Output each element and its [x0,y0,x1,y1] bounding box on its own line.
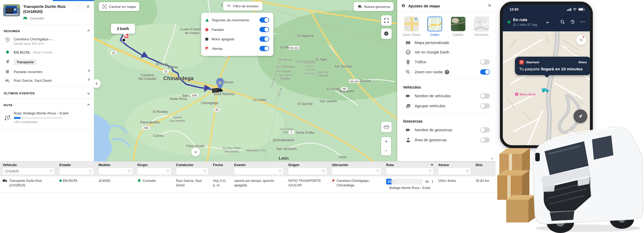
funnel-icon[interactable] [203,170,206,173]
toggle-geofence-areas[interactable] [480,137,490,143]
toggle-stops[interactable] [259,27,269,32]
funnel-icon[interactable] [89,170,92,173]
folded-map-icon [405,41,411,45]
col-header[interactable]: Conductor [173,162,210,168]
funnel-icon[interactable] [127,170,131,173]
scroll-more-indicator: ▼ [491,157,494,160]
google-earth-row[interactable]: Ver en Google Earth [397,47,496,57]
new-geofence-button[interactable]: Nueva geocerca [354,2,394,11]
stop-square-icon [5,70,10,73]
chevron-up-icon[interactable] [87,104,90,106]
speed-bubble: 3 km/h [111,24,135,34]
zoom-in-button[interactable]: + [381,137,391,147]
section-route[interactable]: RUTA [0,100,94,109]
row-distance: 35.83 km [473,176,496,192]
custom-map-row[interactable]: Mapa personalizado [397,38,496,47]
map-type-satelite[interactable]: Satélite [448,17,469,37]
map-type-openstreet[interactable]: Open Street [401,17,422,37]
funnel-icon[interactable] [166,170,169,173]
filter-origen-input[interactable] [288,168,327,174]
fullscreen-button[interactable] [381,15,392,26]
origin-marker[interactable] [122,38,126,42]
toggle-alerts[interactable] [259,46,269,51]
event-filter-button[interactable]: Filtro de eventos [223,2,263,11]
vehicle-tag-chip[interactable]: Transporte [14,59,37,65]
help-icon[interactable]: ? [445,70,449,74]
col-header[interactable]: Vehículo [0,162,57,168]
col-header[interactable]: Origen [286,162,329,168]
measure-button[interactable] [381,122,392,132]
route-name: Ruta: Bodega Monte Rosa – Esteli [14,111,68,115]
filter-grupo-input[interactable] [138,168,171,174]
map-settings-panel: Ajustes de mapa ✕ Open Street Calles Sat… [397,0,496,161]
zoom-out-button[interactable]: − [381,147,391,156]
vehicles-section-header: Vehículos [397,81,496,91]
col-header-ruta[interactable]: Ruta [383,162,435,168]
chevron-up-icon[interactable] [87,30,90,32]
toggle-engine-off[interactable] [259,36,269,42]
vehicle-row[interactable]: Transporte Durlin Ruiz (CH18520) EN RUTA… [0,176,496,193]
col-header[interactable]: Estado [57,162,96,168]
status-dot-icon [508,21,510,23]
street-label: 2 CALLE [545,34,549,43]
map-settings-button[interactable] [381,28,392,39]
geofence-area-icon [405,138,411,142]
ruler-icon [384,125,389,129]
center-map-button[interactable]: Centrar en mapa [99,2,139,11]
col-header[interactable]: Evento [231,162,286,168]
col-header[interactable]: Grupo [135,162,173,168]
toggle-vehicle-grouping[interactable] [480,103,490,109]
road-shield: 54 [214,108,220,112]
funnel-icon[interactable] [376,170,380,173]
vehicle-title: Transporte Durlin Ruiz (CH18520) [23,4,68,14]
row-date: Hoy 3:11 p. m. [210,176,231,192]
toggle-vehicle-names[interactable] [480,93,490,99]
funnel-icon[interactable] [50,170,53,173]
driver-item[interactable]: Ruiz Garcia, Saul David [0,76,94,85]
delivery-notification: Startrack Ahora Tu paquete llegará en 10… [515,57,591,75]
funnel-icon[interactable] [428,170,432,173]
gear-icon [383,31,389,37]
map-type-calles[interactable]: Calles [424,17,445,37]
filter-row-alerts: Alertas [201,44,273,53]
col-header[interactable]: Modelo [96,162,135,168]
row-status: EN RUTA [63,179,77,183]
magnifier-plus-icon [405,70,411,74]
col-header[interactable]: Atraso [435,162,473,168]
collapse-table-button[interactable] [191,148,200,157]
chevron-down-icon[interactable] [87,92,90,95]
phone-status-title: En ruta [513,17,527,22]
notification-app-name: Startrack [526,61,539,64]
map-type-elevacion[interactable]: Elevación [471,17,492,37]
row-route-progress[interactable]: 14% [386,179,423,185]
section-last-events[interactable]: ÚLTIMOS EVENTOS [0,89,94,97]
toggle-wheel-zoom[interactable] [480,69,490,75]
road-shield: 24A [190,93,199,98]
filter-ubicacion-input[interactable] [332,168,381,174]
filter-evento-input[interactable] [234,168,283,174]
filter-vehicle-input[interactable] [3,168,54,174]
sort-desc-icon[interactable] [431,164,433,166]
funnel-icon[interactable] [466,170,469,173]
toggle-movement[interactable] [259,17,269,23]
recent-stops-item[interactable]: Paradas recientes [0,67,94,76]
location-item: Carretera Chichigalpa –... Desde hace 35… [0,35,94,48]
toggle-traffic[interactable] [480,59,490,65]
close-panel-button[interactable]: ✕ [86,4,90,9]
funnel-icon[interactable] [322,170,325,173]
col-header[interactable]: Fecha [210,162,231,168]
row-delay: 10hrs 4mins [435,176,473,192]
section-resumen[interactable]: RESUMEN [0,26,94,35]
filter-modelo-input[interactable] [99,168,132,174]
close-settings-button[interactable]: ✕ [488,3,491,8]
filter-ruta-input[interactable] [386,168,433,174]
toggle-geofence-names[interactable] [480,127,490,133]
filter-estado-input[interactable] [60,168,93,174]
van-body [533,127,643,233]
col-header[interactable]: Ubicación [329,162,383,168]
col-header[interactable]: Dist. [473,162,496,168]
tag-item: Transporte [0,57,94,67]
marketing-mockup-pane: 13:50 En ruta 1 mins 57 seg ··· [496,0,644,233]
funnel-icon[interactable] [278,170,282,173]
more-options-button[interactable]: ··· [77,4,84,9]
